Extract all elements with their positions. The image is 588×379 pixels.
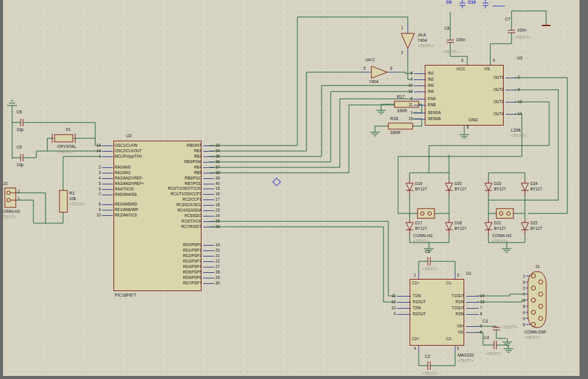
diode-d20-label[interactable]: D20BY127 xyxy=(455,181,467,192)
pin-name: VS+ xyxy=(412,324,466,328)
pin-row[interactable]: OUT23 xyxy=(428,84,528,96)
net-label-c9[interactable]: C9 xyxy=(446,0,451,5)
pin-row[interactable]: OUT313 xyxy=(428,96,528,108)
c5-ref[interactable]: C5 xyxy=(16,110,22,115)
c5-value[interactable]: 10p xyxy=(16,127,24,132)
diode-d23-label[interactable]: D23BY127 xyxy=(494,181,506,192)
diode-d18-label[interactable]: D18BY127 xyxy=(455,220,467,231)
u1-pins-right[interactable]: T1OUT14R1IN13T2OUT7R2IN8 xyxy=(412,293,490,317)
u3-pins-out[interactable]: OUT12OUT23OUT313OUT414 xyxy=(428,72,528,120)
pin-row[interactable]: RC4/SDI/SDA23 xyxy=(123,208,226,213)
pin-number: 8 xyxy=(517,303,525,309)
pin-row[interactable]: VS+2 xyxy=(412,323,490,329)
pin-row[interactable]: RD0/PSP019 xyxy=(123,243,226,248)
diode-d24-label[interactable]: D24BY127 xyxy=(530,181,542,192)
pin-row[interactable]: R2IN8 xyxy=(412,311,490,317)
pin-stub xyxy=(102,167,113,168)
c2-ref[interactable]: C2 xyxy=(425,354,430,359)
pin-row[interactable]: RC1/T1OSI/CCP216 xyxy=(123,192,226,197)
r18-value[interactable]: 330R xyxy=(390,130,400,135)
pin-stub xyxy=(203,216,214,216)
pin-row[interactable]: T2OUT7 xyxy=(412,305,490,311)
pin-stub xyxy=(102,204,113,205)
c6-ref[interactable]: C6 xyxy=(16,145,22,150)
u3-value[interactable]: L298 xyxy=(511,128,521,133)
u2-pins-portb[interactable]: RB0/INT33RB134RB235RB3/PGM36RB437RB538RB… xyxy=(123,143,226,187)
u1-value[interactable]: MAX232 xyxy=(458,353,474,358)
u3-ref[interactable]: U3 xyxy=(517,56,522,61)
u3-vs-label: VS xyxy=(484,67,490,72)
c1-ref[interactable]: C1 xyxy=(425,249,430,254)
r17-value[interactable]: 330R xyxy=(397,109,407,113)
pin-row[interactable]: RD2/PSP221 xyxy=(123,253,226,259)
selected-net-symbols[interactable] xyxy=(459,0,505,8)
j1-pin-numbers[interactable]: 162738495 xyxy=(517,273,525,327)
pin-row[interactable]: RC6/TX/CK25 xyxy=(123,219,226,224)
pin-row[interactable]: RD1/PSP120 xyxy=(123,248,226,253)
c4-ref[interactable]: C4 xyxy=(484,335,489,340)
x1-ref[interactable]: X1 xyxy=(66,127,71,132)
j1-value[interactable]: CONN-D9F xyxy=(524,330,546,335)
j4a-value[interactable]: 7404 xyxy=(417,38,427,43)
c6-value[interactable]: 10p xyxy=(16,163,24,167)
pin-row[interactable]: OUT414 xyxy=(428,108,528,120)
diode-d22-label[interactable]: D22BY127 xyxy=(530,220,542,231)
pin-row[interactable]: RB235 xyxy=(123,154,226,159)
u2-pins-portc[interactable]: RC0/T1OSO/T1CKI15RC1/T1OSI/CCP216RC2/CCP… xyxy=(123,186,226,230)
r17-ref[interactable]: R17 xyxy=(397,95,405,99)
pin-row[interactable]: T1OUT14 xyxy=(412,293,490,299)
c7-value[interactable]: 100n xyxy=(517,28,527,33)
diode-d17-label[interactable]: D17BY127 xyxy=(415,220,427,231)
u1-ref[interactable]: U1 xyxy=(466,271,471,276)
j4a-ref[interactable]: J4:A xyxy=(417,33,426,38)
pin-name: RC0/T1OSO/T1CKI xyxy=(123,187,203,190)
pin-row[interactable]: OUT12 xyxy=(428,72,528,84)
diode-d19-label[interactable]: D19BY127 xyxy=(415,181,427,192)
pin-row[interactable]: RB134 xyxy=(123,149,226,154)
pin-row[interactable]: RD6/PSP629 xyxy=(123,275,226,281)
conn-h2-2-value[interactable]: CONN-H2 xyxy=(492,233,512,238)
pin-row[interactable]: RB6/PGC39 xyxy=(123,176,226,181)
pin-number: 5 xyxy=(92,182,102,186)
pin-row[interactable]: R1IN13 xyxy=(412,299,490,305)
pin-row[interactable]: RC5/SDO24 xyxy=(123,213,226,219)
pin-row[interactable]: RB437 xyxy=(123,165,226,170)
pin-row[interactable]: RD4/PSP427 xyxy=(123,264,226,270)
c8-value[interactable]: 100n xyxy=(456,38,465,42)
pin-stub xyxy=(466,332,479,333)
j1-ref[interactable]: J1 xyxy=(535,264,539,269)
pin-row[interactable]: RC0/T1OSO/T1CKI15 xyxy=(123,186,226,192)
pin-row[interactable]: RB0/INT33 xyxy=(123,143,226,149)
pin-row[interactable]: RD7/PSP730 xyxy=(123,281,226,286)
r1-value[interactable]: 10k xyxy=(69,196,76,201)
pin-row[interactable]: RB538 xyxy=(123,170,226,176)
diode-d21-label[interactable]: D21BY127 xyxy=(494,220,506,231)
j2-value[interactable]: CONN-H2 xyxy=(1,209,20,214)
j2-ref[interactable]: J2 xyxy=(3,181,7,186)
c3-ref[interactable]: C3 xyxy=(482,319,488,324)
pin-row[interactable]: VS-6 xyxy=(412,329,490,335)
c7-ref[interactable]: C7 xyxy=(505,17,510,22)
pin-row[interactable]: RC3/SCK/SCL18 xyxy=(123,203,226,208)
u2-value[interactable]: PIC16F877 xyxy=(115,293,136,298)
u2-pins-portd[interactable]: RD0/PSP019RD1/PSP120RD2/PSP221RD3/PSP322… xyxy=(123,243,226,286)
pin-row[interactable]: RB3/PGM36 xyxy=(123,159,226,165)
u4c-value[interactable]: 7404 xyxy=(369,79,379,84)
schematic-canvas[interactable]: 13OSC1/CLKIN14OSC2/CLKOUT1MCLR/Vpp/THV 2… xyxy=(0,0,588,379)
pin-row[interactable]: RD5/PSP528 xyxy=(123,270,226,275)
conn-h2-1-value[interactable]: CONN-H2 xyxy=(413,233,433,238)
pin-row[interactable]: RC7/RX/DT26 xyxy=(123,224,226,230)
net-label-c10[interactable]: C10 xyxy=(468,0,476,5)
pin-stub xyxy=(102,173,113,173)
pin-stub xyxy=(397,308,411,309)
pin-row[interactable]: RC2/CCP117 xyxy=(123,197,226,203)
r18-ref[interactable]: R18 xyxy=(390,116,398,121)
x1-value[interactable]: CRYSTAL xyxy=(57,144,76,149)
pin-row[interactable]: RD3/PSP322 xyxy=(123,259,226,264)
r1-ref[interactable]: R1 xyxy=(69,191,75,196)
u4c-ref[interactable]: U4:C xyxy=(365,58,375,62)
pin-number: 3 xyxy=(92,171,102,175)
c8-ref[interactable]: C8 xyxy=(444,26,450,31)
u1-pins-vs[interactable]: VS+2VS-6 xyxy=(412,323,490,335)
u2-ref[interactable]: U2 xyxy=(126,133,132,138)
